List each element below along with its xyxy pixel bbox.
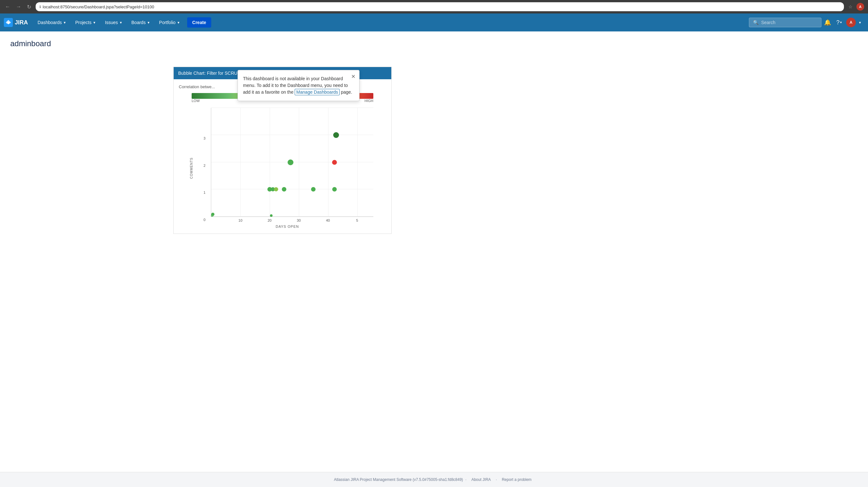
help-dropdown-arrow: ▼ xyxy=(839,21,842,24)
bubble-11 xyxy=(211,214,214,217)
y-tick-0: 0 xyxy=(204,218,206,222)
y-axis-label: COMMENTS xyxy=(190,158,193,179)
address-bar[interactable]: ℹ localhost:8750/secure/Dashboard.jspa?s… xyxy=(36,2,844,11)
user-dropdown-button[interactable]: ▼ xyxy=(856,18,864,27)
manage-dashboards-link[interactable]: Manage Dashboards xyxy=(295,89,340,95)
search-box[interactable]: 🔍 xyxy=(749,18,822,27)
help-icon: ? xyxy=(836,19,839,26)
grid-line-v-4 xyxy=(328,108,329,217)
x-tick-40: 40 xyxy=(326,219,330,222)
jira-logo-text: JIRA xyxy=(15,19,28,26)
x-tick-30: 30 xyxy=(297,219,301,222)
bubble-5 xyxy=(282,187,286,192)
gradient-low-label: LOW xyxy=(192,99,200,103)
nav-projects[interactable]: Projects ▼ xyxy=(71,13,100,31)
grid-line-h-4 xyxy=(211,107,373,108)
nav-dashboards[interactable]: Dashboards ▼ xyxy=(33,13,71,31)
bubble-10 xyxy=(332,187,337,192)
boards-dropdown-arrow: ▼ xyxy=(147,21,150,24)
tooltip-close-button[interactable]: ✕ xyxy=(351,73,355,79)
refresh-button[interactable]: ↻ xyxy=(26,3,32,11)
browser-profile-avatar[interactable]: A xyxy=(857,3,864,10)
bubble-7 xyxy=(311,187,315,192)
grid-line-v-3 xyxy=(299,108,299,217)
nav-portfolio[interactable]: Portfolio ▼ xyxy=(155,13,185,31)
scatter-chart: 3 2 1 0 10 20 30 40 5 xyxy=(211,108,373,217)
footer-software-info: Atlassian JIRA Project Management Softwa… xyxy=(334,477,463,482)
y-tick-3: 3 xyxy=(204,136,206,140)
x-tick-5: 5 xyxy=(356,219,358,222)
portfolio-dropdown-arrow: ▼ xyxy=(177,21,180,24)
tooltip-popup: ✕ This dashboard is not available in you… xyxy=(238,70,360,101)
back-button[interactable]: ← xyxy=(4,3,11,11)
report-problem-link[interactable]: Report a problem xyxy=(502,477,532,482)
help-button[interactable]: ? ▼ xyxy=(834,17,845,29)
search-input[interactable] xyxy=(761,20,817,25)
jira-logo-icon xyxy=(4,18,13,27)
grid-line-h-1 xyxy=(211,189,373,189)
browser-actions: ☆ A xyxy=(847,3,864,10)
jira-navbar: JIRA Dashboards ▼ Projects ▼ Issues ▼ Bo… xyxy=(0,13,868,31)
nav-issues[interactable]: Issues ▼ xyxy=(100,13,127,31)
notifications-button[interactable]: 🔔 xyxy=(822,17,834,29)
jira-logo[interactable]: JIRA xyxy=(4,18,28,27)
bubble-9 xyxy=(333,132,339,138)
bubble-8 xyxy=(332,160,337,165)
footer-separator-1: · xyxy=(465,477,466,482)
dashboards-dropdown-arrow: ▼ xyxy=(63,21,66,24)
page-title: adminboard xyxy=(10,39,858,48)
footer-separator-2: · xyxy=(496,477,497,482)
grid-line-h-0 xyxy=(211,216,373,217)
grid-line-v-2 xyxy=(270,108,270,217)
grid-line-h-3 xyxy=(211,135,373,135)
about-jira-link[interactable]: About JIRA xyxy=(471,477,491,482)
projects-dropdown-arrow: ▼ xyxy=(93,21,96,24)
x-tick-10: 10 xyxy=(239,219,242,222)
grid-line-v-5 xyxy=(357,108,358,217)
user-avatar[interactable]: A xyxy=(846,18,856,27)
y-tick-1: 1 xyxy=(204,191,206,194)
x-tick-20: 20 xyxy=(268,219,272,222)
bubble-4 xyxy=(274,187,278,192)
bell-icon: 🔔 xyxy=(824,19,831,26)
lock-icon: ℹ xyxy=(39,5,41,9)
url-text: localhost:8750/secure/Dashboard.jspa?sel… xyxy=(43,4,154,9)
main-content: adminboard Bubble Chart: Filter for SCRU… xyxy=(0,31,868,472)
chart-body: Correlation betwe... LOW HIGH COMMENTS xyxy=(174,79,391,233)
search-icon: 🔍 xyxy=(753,20,758,25)
bookmark-button[interactable]: ☆ xyxy=(847,3,854,10)
tooltip-suffix: page. xyxy=(341,90,352,95)
browser-chrome: ← → ↻ ℹ localhost:8750/secure/Dashboard.… xyxy=(0,0,868,13)
page-footer: Atlassian JIRA Project Management Softwa… xyxy=(0,472,868,487)
nav-boards[interactable]: Boards ▼ xyxy=(127,13,154,31)
bubble-12 xyxy=(270,214,273,217)
x-axis-label: DAYS OPEN xyxy=(195,225,380,228)
bubble-6 xyxy=(288,159,293,165)
forward-button[interactable]: → xyxy=(15,3,23,11)
issues-dropdown-arrow: ▼ xyxy=(119,21,122,24)
gradient-high-label: HIGH xyxy=(365,99,374,103)
y-tick-2: 2 xyxy=(204,164,206,167)
create-button[interactable]: Create xyxy=(187,17,212,28)
